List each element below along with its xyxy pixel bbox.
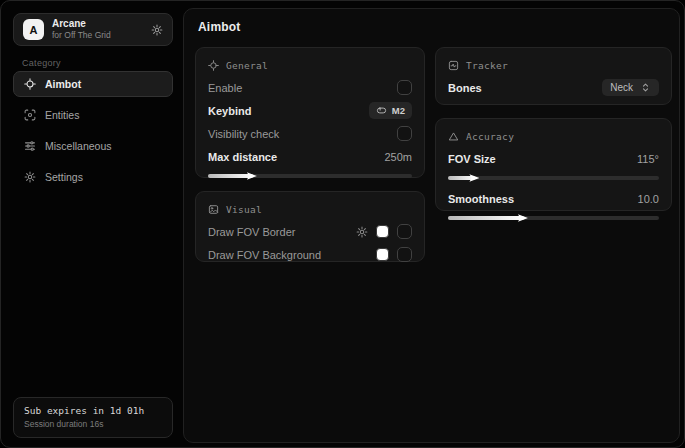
smoothness-label: Smoothness xyxy=(448,193,514,205)
slider-thumb[interactable] xyxy=(247,171,257,181)
slider-fill xyxy=(208,174,253,178)
panel-title: Accuracy xyxy=(466,131,514,142)
tracker-panel-header: Tracker xyxy=(448,57,659,73)
sidebar: A Arcane for Off The Grid Category xyxy=(1,1,181,447)
fov-size-label: FOV Size xyxy=(448,153,496,165)
max-distance-label: Max distance xyxy=(208,151,277,163)
sliders-icon xyxy=(24,140,36,152)
sidebar-item-label: Aimbot xyxy=(45,78,81,90)
activity-icon xyxy=(448,60,459,71)
sidebar-item-settings[interactable]: Settings xyxy=(13,164,173,190)
max-distance-row: Max distance 250m xyxy=(208,148,412,165)
category-label: Category xyxy=(22,58,61,68)
main-panel: Aimbot General Enable Keybind xyxy=(183,8,680,443)
bones-label: Bones xyxy=(448,82,482,94)
tracker-panel: Tracker Bones Neck xyxy=(435,47,672,105)
keybind-label: Keybind xyxy=(208,105,251,117)
sort-arrows-icon xyxy=(640,82,651,93)
smoothness-value: 10.0 xyxy=(638,193,659,205)
fov-size-value: 115° xyxy=(637,153,659,165)
crosshair-icon xyxy=(208,60,219,71)
sub-expiry-text: Sub expires in 1d 01h xyxy=(24,405,162,416)
crosshair-icon xyxy=(24,78,36,90)
sidebar-nav: Aimbot Entities xyxy=(13,71,173,190)
scan-icon xyxy=(24,109,36,121)
sidebar-item-label: Miscellaneous xyxy=(45,140,112,152)
panel-title: General xyxy=(226,60,268,71)
visibility-check-label: Visibility check xyxy=(208,128,279,140)
visibility-row: Visibility check xyxy=(208,125,412,142)
keybind-row: Keybind M2 xyxy=(208,102,412,119)
fov-border-settings-gear-icon[interactable] xyxy=(356,226,368,238)
slider-fill xyxy=(448,176,475,180)
fov-border-row: Draw FOV Border xyxy=(208,223,412,240)
app-title-block: Arcane for Off The Grid xyxy=(52,18,111,41)
max-distance-value: 250m xyxy=(384,151,412,163)
smoothness-row: Smoothness 10.0 xyxy=(448,190,659,207)
fov-size-row: FOV Size 115° xyxy=(448,150,659,167)
bones-dropdown[interactable]: Neck xyxy=(602,79,659,96)
fov-background-checkbox[interactable] xyxy=(397,247,412,262)
settings-gear-icon[interactable] xyxy=(151,24,163,36)
keybind-value: M2 xyxy=(392,105,405,116)
fov-border-color-swatch[interactable] xyxy=(376,225,389,238)
sidebar-item-label: Settings xyxy=(45,171,83,183)
enable-label: Enable xyxy=(208,82,242,94)
sidebar-item-aimbot[interactable]: Aimbot xyxy=(13,71,173,97)
app-logo: A xyxy=(23,19,44,40)
sidebar-item-entities[interactable]: Entities xyxy=(13,102,173,128)
session-card: Sub expires in 1d 01h Session duration 1… xyxy=(13,397,173,438)
panel-title: Tracker xyxy=(466,60,508,71)
fov-border-checkbox[interactable] xyxy=(397,224,412,239)
bones-selected-value: Neck xyxy=(610,82,633,93)
page-title: Aimbot xyxy=(198,20,241,34)
fov-background-color-swatch[interactable] xyxy=(376,248,389,261)
visibility-checkbox[interactable] xyxy=(397,126,412,141)
sidebar-item-miscellaneous[interactable]: Miscellaneous xyxy=(13,133,173,159)
sidebar-item-label: Entities xyxy=(45,109,79,121)
app-subtitle: for Off The Grid xyxy=(52,30,111,41)
app-name: Arcane xyxy=(52,18,111,31)
slider-thumb[interactable] xyxy=(469,173,479,183)
visual-panel: Visual Draw FOV Border Draw FOV Back xyxy=(195,191,425,262)
general-panel: General Enable Keybind M2 xyxy=(195,47,425,178)
panel-title: Visual xyxy=(226,204,262,215)
keybind-button[interactable]: M2 xyxy=(369,102,412,119)
max-distance-slider[interactable] xyxy=(208,174,412,178)
logo-card: A Arcane for Off The Grid xyxy=(13,13,173,46)
triangle-icon xyxy=(448,131,459,142)
accuracy-panel: Accuracy FOV Size 115° Smoothness 10.0 xyxy=(435,118,672,211)
fov-border-label: Draw FOV Border xyxy=(208,226,295,238)
fov-size-slider[interactable] xyxy=(448,176,659,180)
bones-row: Bones Neck xyxy=(448,79,659,96)
app-window: A Arcane for Off The Grid Category xyxy=(0,0,685,448)
image-icon xyxy=(208,204,219,215)
session-duration-text: Session duration 16s xyxy=(24,419,162,429)
slider-fill xyxy=(448,216,524,220)
fov-background-row: Draw FOV Background xyxy=(208,246,412,263)
gear-icon xyxy=(24,171,36,183)
accuracy-panel-header: Accuracy xyxy=(448,128,659,144)
enable-checkbox[interactable] xyxy=(397,80,412,95)
mouse-icon xyxy=(376,105,387,116)
enable-row: Enable xyxy=(208,79,412,96)
slider-thumb[interactable] xyxy=(518,213,528,223)
visual-panel-header: Visual xyxy=(208,201,412,217)
fov-background-label: Draw FOV Background xyxy=(208,249,321,261)
smoothness-slider[interactable] xyxy=(448,216,659,220)
general-panel-header: General xyxy=(208,57,412,73)
